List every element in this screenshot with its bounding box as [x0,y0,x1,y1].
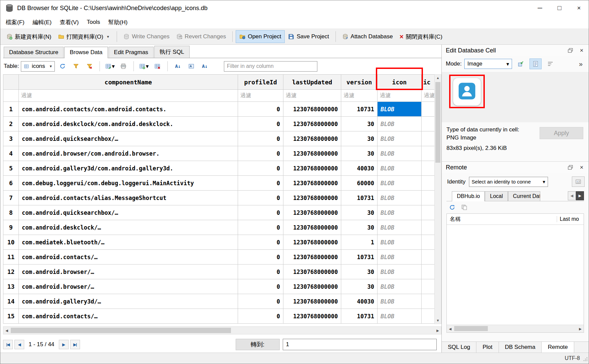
cell-lastupdated[interactable]: 1230768000000 [283,205,341,220]
cell-icon-blob[interactable]: BLOB [378,309,422,324]
row-number[interactable]: 1 [3,102,19,117]
close-button[interactable]: × [569,0,589,16]
row-number[interactable]: 13 [3,279,19,294]
tab-db-schema[interactable]: DB Schema [499,342,542,353]
new-database-button[interactable]: 新建資料庫(N) [3,30,55,43]
cell-profileid[interactable]: 0 [238,131,283,146]
cell-version[interactable]: 10731 [341,250,378,265]
filter-cell-icon[interactable]: 過濾 [378,90,422,102]
goto-record-input[interactable] [283,339,437,350]
cell-icon-blob-selected[interactable]: BLOB [378,102,422,117]
cell-icon-blob[interactable]: BLOB [378,131,422,146]
cell-lastupdated[interactable]: 1230768000000 [283,279,341,294]
apply-button[interactable]: Apply [540,127,583,139]
toolbar-overflow-chevron-icon[interactable]: » [577,60,585,68]
cell-version[interactable]: 30 [341,220,378,235]
filter-button[interactable] [70,61,82,72]
row-number[interactable]: 11 [3,250,19,265]
cell-componentname[interactable]: com.debug.loggerui/com.debug.loggerui.Ma… [19,176,238,191]
refresh-button[interactable] [57,61,68,72]
scroll-down-icon[interactable]: ▼ [435,319,441,322]
column-header-version[interactable]: version [341,75,378,90]
cell-icon-blob[interactable]: BLOB [378,294,422,309]
cell-profileid[interactable]: 0 [238,146,283,161]
edit-record-button[interactable]: ▾ [104,61,116,72]
tab-edit-pragmas[interactable]: Edit Pragmas [109,47,154,58]
cell-componentname[interactable]: com.android.gallery3d/… [19,294,238,309]
clear-filter-button[interactable] [84,61,95,72]
cell-icon-blob[interactable]: BLOB [378,117,422,131]
remote-column-name[interactable]: 名稱 [447,216,557,223]
cell-version[interactable]: 30 [341,146,378,161]
cell-componentname[interactable]: com.android.browser/… [19,265,238,279]
scroll-left-icon[interactable]: ◀ [3,327,10,334]
import-certificate-button[interactable] [572,176,585,187]
remote-hscroll-thumb[interactable] [454,326,488,331]
cell-lastupdated[interactable]: 1230768000000 [283,309,341,324]
cell-profileid[interactable]: 0 [238,265,283,279]
cell-componentname[interactable]: com.android.quicksearchbox/… [19,205,238,220]
cell-partial[interactable] [422,131,435,146]
print-button[interactable] [118,61,129,72]
cell-version[interactable]: 30 [341,279,378,294]
tab-remote[interactable]: Remote [542,341,574,353]
float-panel-icon[interactable] [567,48,573,54]
cell-profileid[interactable]: 0 [238,117,283,131]
cell-componentname[interactable]: com.android.contacts/alias.MessageShortc… [19,191,238,205]
cell-profileid[interactable]: 0 [238,176,283,191]
encoding-label[interactable]: UTF-8 [565,355,580,361]
cell-componentname[interactable]: com.android.contacts/… [19,309,238,324]
row-number[interactable]: 5 [3,161,19,176]
row-number[interactable]: 2 [3,117,19,131]
cell-profileid[interactable]: 0 [238,250,283,265]
menu-help[interactable]: 幫助(H) [104,16,132,28]
row-number[interactable]: 4 [3,146,19,161]
cell-profileid[interactable]: 0 [238,235,283,250]
grid-horizontal-scrollbar[interactable]: ◀ ▶ [3,326,441,334]
cell-componentname[interactable]: com.android.browser/… [19,279,238,294]
first-page-button[interactable]: |◀ [3,340,13,349]
sort-desc-button[interactable]: A↓ [199,61,210,72]
row-number[interactable]: 10 [3,235,19,250]
blob-image[interactable] [453,78,481,106]
menu-view[interactable]: 查看(V) [55,16,83,28]
cell-partial[interactable] [422,265,435,279]
save-project-button[interactable]: Save Project [285,31,332,43]
menu-tools[interactable]: Tools [83,17,104,28]
row-number[interactable]: 9 [3,220,19,235]
cell-lastupdated[interactable]: 1230768000000 [283,220,341,235]
grid-vscroll-thumb[interactable] [435,82,440,163]
column-header-partial[interactable]: ic [422,75,435,90]
row-number[interactable]: 7 [3,191,19,205]
filter-cell-partial[interactable]: 過濾 [422,90,435,102]
next-page-button[interactable]: ▶ [59,340,69,349]
cell-icon-blob[interactable]: BLOB [378,250,422,265]
cell-partial[interactable] [422,205,435,220]
remote-column-last-modified[interactable]: Last mo [557,216,584,222]
cell-profileid[interactable]: 0 [238,309,283,324]
row-number[interactable]: 3 [3,131,19,146]
cell-version[interactable]: 30 [341,117,378,131]
cell-partial[interactable] [422,294,435,309]
row-number[interactable]: 14 [3,294,19,309]
write-changes-button[interactable]: Write Changes [120,31,173,43]
cell-version[interactable]: 10731 [341,309,378,324]
cell-lastupdated[interactable]: 1230768000000 [283,117,341,131]
cell-profileid[interactable]: 0 [238,191,283,205]
scroll-right-icon[interactable]: ▶ [577,325,584,332]
sort-asc-button[interactable]: A↓ [172,61,184,72]
cell-version[interactable]: 40030 [341,294,378,309]
resize-grip-icon[interactable] [583,357,588,363]
filter-cell-lastupdated[interactable]: 過濾 [283,90,341,102]
column-header-componentname[interactable]: componentName [19,75,238,90]
cell-icon-blob[interactable]: BLOB [378,235,422,250]
tab-scroll-right-icon[interactable]: ▶ [576,191,584,200]
cell-partial[interactable] [422,235,435,250]
cell-lastupdated[interactable]: 1230768000000 [283,265,341,279]
cell-lastupdated[interactable]: 1230768000000 [283,235,341,250]
cell-lastupdated[interactable]: 1230768000000 [283,191,341,205]
remote-refresh-icon[interactable] [449,204,455,210]
cell-partial[interactable] [422,250,435,265]
cell-icon-blob[interactable]: BLOB [378,279,422,294]
goto-button[interactable]: 轉到: [236,339,280,350]
